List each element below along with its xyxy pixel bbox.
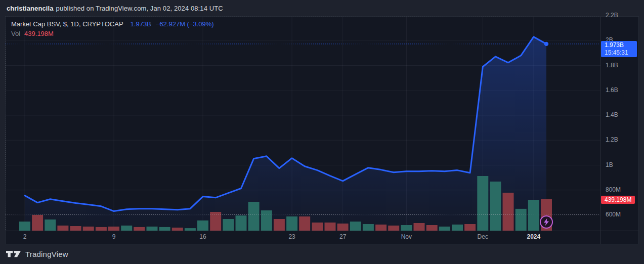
x-tick-label: 2	[23, 233, 27, 241]
volume-bar	[45, 219, 56, 231]
price-tick-label: 1.4B	[606, 111, 618, 119]
footer-bar: TradingView	[0, 244, 644, 264]
volume-bar	[503, 193, 514, 231]
volume-bar	[325, 223, 336, 231]
x-tick-label: 27	[339, 233, 346, 241]
x-tick-label: Nov	[401, 233, 412, 241]
current-price-badge: 1.973B 15:45:31	[601, 41, 637, 57]
volume-bar	[197, 221, 208, 231]
volume-bar	[299, 216, 310, 231]
volume-bar	[426, 225, 438, 231]
volume-bar	[477, 176, 488, 231]
price-tick-label: 1.2B	[606, 136, 618, 144]
x-tick-label: 2024	[527, 233, 540, 241]
area-fill	[25, 37, 546, 231]
volume-bar	[134, 227, 145, 231]
volume-bar	[19, 222, 30, 231]
x-tick-label: 16	[199, 233, 206, 241]
current-price-value: 1.973B	[605, 41, 637, 49]
x-tick-label: 9	[112, 233, 116, 241]
price-tick-label: 1.8B	[606, 62, 618, 69]
volume-bar	[223, 219, 234, 231]
volume-indicator-label: Vol	[11, 29, 20, 38]
volume-bar	[350, 222, 361, 231]
volume-bar	[70, 226, 81, 231]
volume-bar	[414, 223, 425, 231]
volume-bar	[261, 210, 272, 231]
value-change: −62.927M (−3.09%)	[156, 19, 214, 29]
volume-bar	[464, 224, 476, 231]
volume-bar	[147, 227, 158, 231]
publish-info-text: published on TradingView.com, Jan 02, 20…	[56, 5, 223, 12]
volume-bar	[83, 227, 94, 231]
volume-bar	[108, 227, 119, 231]
volume-bar	[236, 215, 247, 231]
volume-indicator-value: 439.198M	[24, 29, 54, 38]
symbol-title: Market Cap BSV, $, 1D, CRYPTOCAP	[11, 19, 123, 29]
lightning-bolt-icon[interactable]	[539, 215, 553, 229]
volume-bar	[516, 209, 527, 231]
price-tick-label: 2.2B	[606, 12, 618, 19]
chart-pane[interactable]	[6, 17, 638, 244]
chart-container: Market Cap BSV, $, 1D, CRYPTOCAP 1.973B …	[5, 16, 639, 244]
volume-bar	[286, 216, 297, 231]
last-price-dot	[544, 42, 548, 46]
volume-bar	[312, 223, 323, 231]
brand-name[interactable]: TradingView	[25, 250, 68, 258]
volume-bar	[388, 226, 399, 231]
price-tick-label: 800M	[606, 186, 621, 194]
volume-bar	[401, 225, 412, 231]
time-axis[interactable]: 29162327NovDec2024	[6, 231, 600, 244]
volume-bar	[57, 226, 68, 231]
volume-bar	[121, 226, 132, 231]
volume-bar	[96, 227, 107, 231]
volume-bar	[274, 219, 285, 231]
volume-bar	[248, 202, 260, 231]
price-tick-label: 600M	[606, 211, 621, 218]
volume-bar	[528, 200, 539, 231]
chart-legend: Market Cap BSV, $, 1D, CRYPTOCAP 1.973B …	[11, 19, 214, 38]
last-value: 1.973B	[131, 19, 151, 29]
published-chart-page: christianencila published on TradingView…	[0, 0, 644, 264]
volume-bar	[337, 224, 349, 231]
publish-header: christianencila published on TradingView…	[0, 0, 644, 16]
volume-bar	[210, 212, 221, 231]
volume-bar	[490, 182, 501, 231]
x-tick-label: Dec	[478, 233, 488, 241]
price-tick-label: 1B	[606, 161, 613, 169]
tradingview-logo[interactable]	[6, 250, 21, 258]
publisher-username: christianencila	[7, 5, 54, 12]
volume-bar	[159, 227, 170, 231]
x-tick-label: 23	[288, 233, 295, 241]
volume-value-badge: 439.198M	[601, 196, 635, 204]
volume-bar	[452, 225, 463, 231]
volume-bar	[363, 224, 374, 231]
price-tick-label: 1.6B	[606, 86, 618, 94]
volume-bar	[32, 215, 43, 231]
bar-countdown: 15:45:31	[605, 49, 637, 57]
volume-bar	[375, 225, 387, 231]
volume-bar	[439, 227, 450, 231]
